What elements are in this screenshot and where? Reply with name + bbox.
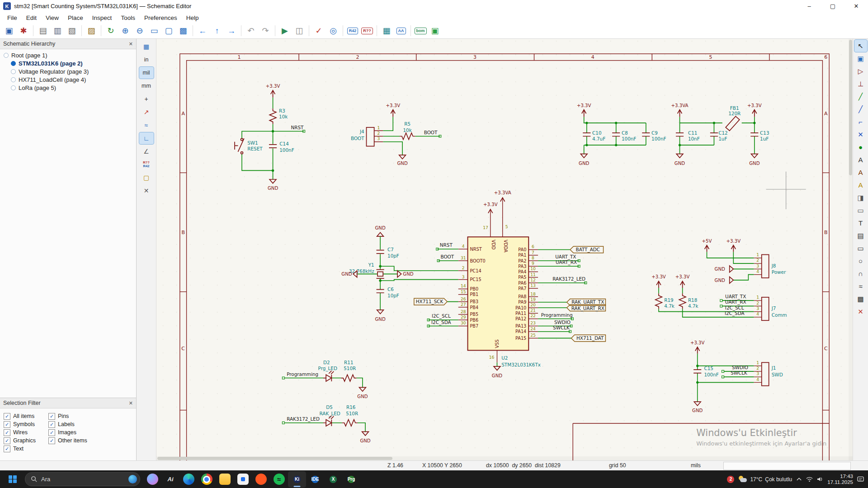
taskbar-ai-app[interactable]: Ai xyxy=(161,471,179,488)
undo-button[interactable]: ↶ xyxy=(244,24,258,38)
hier-label-tool[interactable]: A xyxy=(854,179,867,191)
global-label-tool[interactable]: A xyxy=(854,166,867,178)
bezier-tool[interactable]: ≈ xyxy=(854,280,867,292)
mirror-button[interactable]: ◫ xyxy=(292,24,306,38)
cursor-style[interactable]: + xyxy=(139,93,154,105)
close-icon[interactable]: ✕ xyxy=(129,41,133,47)
hierarchy-item-stm32l031k6-page-2[interactable]: STM32L031K6 (page 2) xyxy=(0,59,136,67)
text-properties-button[interactable]: AA xyxy=(394,24,408,38)
highlight-net-tool[interactable]: ▣ xyxy=(854,52,867,65)
schematic-setup-button[interactable]: ✱ xyxy=(17,24,30,38)
taskbar-prg-app[interactable]: Prg xyxy=(342,471,360,488)
start-button[interactable] xyxy=(4,471,22,488)
add-bus-tool[interactable]: ╱ xyxy=(854,103,867,115)
find-button[interactable]: ◎ xyxy=(326,24,340,38)
filter-pins[interactable]: ✓Pins xyxy=(48,412,87,420)
delete-tool[interactable]: ✕ xyxy=(854,305,867,318)
filter-symbols[interactable]: ✓Symbols xyxy=(4,420,36,428)
zoom-out-button[interactable]: ⊖ xyxy=(133,24,146,38)
nav-up-button[interactable]: ↑ xyxy=(210,24,224,38)
maximize-button[interactable]: ▢ xyxy=(821,0,844,12)
wire-bus-entry-tool[interactable]: ⌐ xyxy=(854,116,867,128)
any-angle-mode[interactable]: ∠ xyxy=(139,145,154,157)
image-tool[interactable]: ▩ xyxy=(854,293,867,305)
add-wire-tool[interactable]: ╱ xyxy=(854,90,867,103)
print-button[interactable]: ▥ xyxy=(51,24,64,38)
zoom-objects-button[interactable]: ▢ xyxy=(162,24,175,38)
filter-other-items[interactable]: ✓Other items xyxy=(48,436,87,445)
hierarchy-item-voltage-regulator-page-3[interactable]: Voltage Regulator (page 3) xyxy=(0,67,136,75)
close-icon[interactable]: ✕ xyxy=(129,400,133,406)
sim-tuner[interactable]: ≈ xyxy=(139,119,154,131)
close-button[interactable]: ✕ xyxy=(844,0,868,12)
sim-probe[interactable]: ↗ xyxy=(139,106,154,118)
menu-preferences[interactable]: Preferences xyxy=(140,14,182,22)
unit-inches[interactable]: in xyxy=(139,54,154,66)
page-settings-button[interactable]: ▤ xyxy=(36,24,50,38)
run-simulation-button[interactable]: ▶ xyxy=(278,24,292,38)
vertical-scrollbar[interactable] xyxy=(849,39,853,460)
filter-all-items[interactable]: ✓All items xyxy=(4,412,36,420)
grid-settings[interactable]: ▦ xyxy=(139,41,154,52)
taskbar-chrome[interactable] xyxy=(198,471,216,488)
redo-button[interactable]: ↷ xyxy=(259,24,272,38)
schematic-canvas[interactable]: 123456AABBCC +3.3V R3 10k NRST SW1 RESET… xyxy=(156,39,853,460)
nav-back-button[interactable]: ← xyxy=(196,24,209,38)
taskbar-spotify[interactable] xyxy=(270,471,288,488)
hierarchy-item-root-page-1[interactable]: Root (page 1) xyxy=(0,51,136,59)
zoom-in-button[interactable]: ⊕ xyxy=(118,24,132,38)
filter-text[interactable]: ✓Text xyxy=(4,445,36,453)
menu-help[interactable]: Help xyxy=(182,14,203,22)
zoom-fit-button[interactable]: ▭ xyxy=(147,24,161,38)
filter-graphics[interactable]: ✓Graphics xyxy=(4,436,36,445)
sheet-pin-tool[interactable]: ◨ xyxy=(854,192,867,204)
menu-place[interactable]: Place xyxy=(63,14,88,22)
notification-center-icon[interactable] xyxy=(857,476,864,483)
arc-tool[interactable]: ∩ xyxy=(854,267,867,280)
network-icon[interactable] xyxy=(806,476,813,482)
net-label-tool[interactable]: A xyxy=(854,154,867,166)
horizontal-scrollbar[interactable] xyxy=(156,456,853,460)
unit-mm[interactable]: mm xyxy=(139,80,154,92)
tray-expand-icon[interactable] xyxy=(796,477,802,481)
save-button[interactable]: ▣ xyxy=(2,24,16,38)
zoom-selection-button[interactable]: ▩ xyxy=(176,24,190,38)
erc-button[interactable]: ✓ xyxy=(312,24,326,38)
annotate-button[interactable]: R42 xyxy=(346,24,359,38)
circle-tool[interactable]: ○ xyxy=(854,255,867,267)
add-symbol-tool[interactable]: ▷ xyxy=(854,65,867,77)
filter-wires[interactable]: ✓Wires xyxy=(4,428,36,436)
nav-forward-button[interactable]: → xyxy=(225,24,238,38)
taskbar-brave[interactable] xyxy=(252,471,270,488)
cross-probe[interactable]: ✕ xyxy=(139,185,154,197)
annotate-badge[interactable]: R??R42 xyxy=(139,159,154,170)
taskbar-ide-app[interactable]: IDE xyxy=(306,471,324,488)
refresh-button[interactable]: ↻ xyxy=(104,24,118,38)
menu-view[interactable]: View xyxy=(41,14,63,22)
taskbar-excel[interactable]: X xyxy=(324,471,342,488)
taskbar-file-explorer[interactable] xyxy=(216,471,234,488)
clock[interactable]: 17:43 17.11.2025 xyxy=(827,474,853,485)
taskbar-search[interactable]: Ara xyxy=(25,472,140,486)
plugin-button[interactable]: ▣ xyxy=(428,24,442,38)
filter-labels[interactable]: ✓Labels xyxy=(48,420,87,428)
text-tool[interactable]: T xyxy=(854,217,867,229)
hv-wire-mode[interactable]: ∟ xyxy=(139,132,154,144)
minimize-button[interactable]: – xyxy=(797,0,821,12)
junction-tool[interactable]: ● xyxy=(854,141,867,153)
bom-button[interactable]: bom xyxy=(414,24,427,38)
no-connect-tool[interactable]: ✕ xyxy=(854,128,867,141)
volume-icon[interactable] xyxy=(817,476,823,482)
rectangle-tool[interactable]: ▭ xyxy=(854,242,867,254)
select-tool[interactable]: ↖ xyxy=(854,40,867,52)
paste-button[interactable]: ▨ xyxy=(85,24,98,38)
sheet-background[interactable]: ▢ xyxy=(139,172,154,183)
taskbar-kicad[interactable]: Ki xyxy=(288,471,306,488)
hierarchy-item-lora-page-5[interactable]: LoRa (page 5) xyxy=(0,84,136,92)
symbol-fields-button[interactable]: ▦ xyxy=(380,24,393,38)
menu-tools[interactable]: Tools xyxy=(116,14,140,22)
taskbar-copilot[interactable] xyxy=(143,471,161,488)
menu-inspect[interactable]: Inspect xyxy=(88,14,117,22)
menu-edit[interactable]: Edit xyxy=(22,14,41,22)
taskbar-edge[interactable] xyxy=(179,471,198,488)
